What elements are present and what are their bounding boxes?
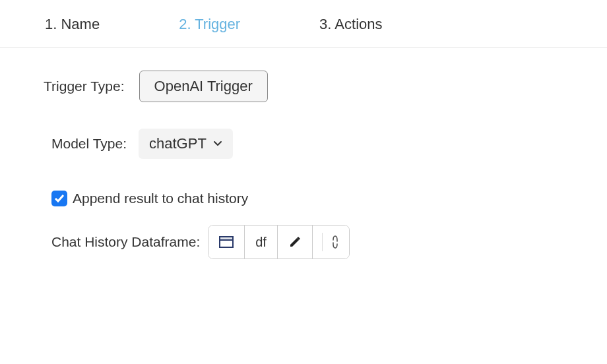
dataframe-name-field[interactable]: df bbox=[245, 226, 278, 258]
dataframe-icon-button[interactable] bbox=[208, 226, 245, 258]
tab-name[interactable]: 1. Name bbox=[45, 16, 100, 33]
trigger-type-label: Trigger Type: bbox=[44, 78, 125, 94]
dataframe-edit-button[interactable] bbox=[278, 226, 313, 258]
append-history-label: Append result to chat history bbox=[73, 191, 248, 206]
dataframe-row: Chat History Dataframe: df bbox=[44, 225, 607, 259]
model-type-row: Model Type: chatGPT bbox=[44, 129, 607, 159]
tab-actions[interactable]: 3. Actions bbox=[319, 16, 382, 33]
trigger-type-button[interactable]: OpenAI Trigger bbox=[139, 71, 268, 102]
dataframe-label: Chat History Dataframe: bbox=[51, 234, 200, 250]
append-history-checkbox[interactable] bbox=[51, 191, 67, 206]
model-type-select[interactable]: chatGPT bbox=[139, 129, 233, 159]
trigger-type-value: OpenAI Trigger bbox=[154, 78, 253, 95]
divider bbox=[322, 233, 323, 251]
dataframe-input-group: df bbox=[208, 225, 350, 259]
chevron-down-icon bbox=[213, 140, 222, 147]
trigger-form: Trigger Type: OpenAI Trigger Model Type:… bbox=[0, 48, 607, 259]
dataframe-link-button[interactable] bbox=[313, 226, 349, 258]
pencil-icon bbox=[288, 235, 302, 249]
table-icon bbox=[219, 236, 234, 248]
trigger-type-row: Trigger Type: OpenAI Trigger bbox=[44, 71, 607, 102]
step-tabs: 1. Name 2. Trigger 3. Actions bbox=[0, 0, 607, 48]
model-type-value: chatGPT bbox=[149, 135, 207, 152]
tab-trigger[interactable]: 2. Trigger bbox=[179, 16, 240, 33]
append-history-row: Append result to chat history bbox=[44, 191, 607, 206]
svg-rect-2 bbox=[220, 237, 233, 240]
model-type-label: Model Type: bbox=[51, 136, 127, 152]
link-icon bbox=[331, 233, 340, 251]
